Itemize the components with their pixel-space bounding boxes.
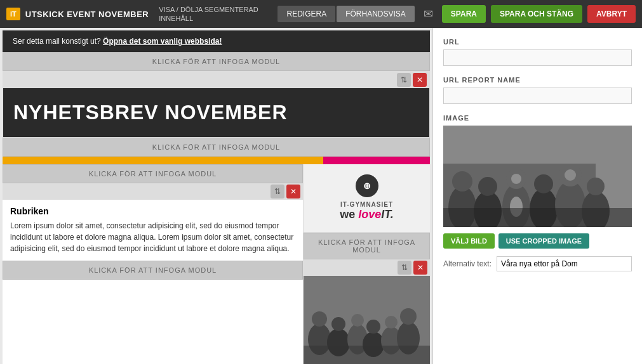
- crowd-svg-small: [304, 276, 430, 364]
- img-module-controls: ⇅ ✕: [304, 259, 430, 276]
- header-module-wrapper: ⇅ ✕ NYHETSBREV NOVEMBER: [3, 71, 430, 138]
- header-module: NYHETSBREV NOVEMBER: [3, 88, 429, 137]
- warning-text: Ser detta mail konstigt ut?: [13, 37, 101, 46]
- header-move-button[interactable]: ⇅: [397, 73, 411, 87]
- email-area: Ser detta mail konstigt ut? Öppna det so…: [0, 28, 432, 364]
- color-bar: [3, 157, 430, 164]
- module-insert-col-left-bottom[interactable]: KLICKA FÖR ATT INFOGA MODUL: [3, 261, 303, 280]
- logo-area: ⊕ IT-GYMNASIET we loveIT.: [304, 164, 430, 233]
- url-report-input[interactable]: [443, 88, 632, 104]
- module-insert-mid[interactable]: KLICKA FÖR ATT INFOGA MODUL: [3, 138, 430, 157]
- svg-point-19: [478, 177, 497, 196]
- color-bar-pink: [323, 157, 430, 164]
- text-body: Lorem ipsum dolor sit amet, consectetur …: [10, 220, 295, 254]
- toggle-label: VISA / DÖLJA SEGMENTERADINNEHÅLL: [159, 6, 258, 22]
- svg-point-10: [385, 316, 398, 328]
- svg-rect-29: [443, 208, 632, 227]
- save-button[interactable]: SPARA: [442, 5, 486, 23]
- svg-point-31: [565, 169, 576, 181]
- img-move-button[interactable]: ⇅: [398, 261, 411, 275]
- preview-crowd-svg: [443, 126, 632, 227]
- tagline-love: love: [358, 208, 381, 221]
- email-icon[interactable]: ✉: [424, 7, 433, 21]
- url-report-section: URL REPORT NAME: [443, 76, 632, 104]
- img-module-wrapper: ⇅ ✕: [304, 259, 430, 276]
- svg-point-27: [587, 178, 605, 195]
- tagline-it: IT.: [381, 208, 394, 221]
- module-insert-img-top[interactable]: KLICKA FÖR ATT INFOGA MODUL: [304, 233, 430, 259]
- main-layout: Ser detta mail konstigt ut? Öppna det so…: [0, 28, 642, 364]
- choose-image-button[interactable]: VÄLJ BILD: [443, 233, 495, 249]
- svg-point-12: [400, 308, 417, 325]
- text-delete-button[interactable]: ✕: [286, 185, 300, 198]
- crowd-image-small: [304, 276, 430, 364]
- svg-point-8: [366, 320, 380, 334]
- module-insert-col-left-top[interactable]: KLICKA FÖR ATT INFOGA MODUL: [3, 164, 303, 183]
- tagline: we loveIT.: [314, 208, 420, 222]
- text-heading: Rubriken: [10, 206, 295, 216]
- col-right: ⊕ IT-GYMNASIET we loveIT. KLICKA FÖR ATT…: [303, 164, 430, 364]
- image-module-right: KLICKA FÖR ATT INFOGA MODUL ⇅ ✕: [304, 233, 430, 364]
- topbar-tabs: REDIGERA FÖRHANDSVISA: [278, 6, 414, 22]
- svg-point-2: [312, 311, 327, 327]
- url-label: URL: [443, 38, 632, 46]
- image-action-btns: VÄLJ BILD USE CROPPED IMAGE: [443, 233, 632, 249]
- header-delete-button[interactable]: ✕: [413, 73, 427, 87]
- tab-preview[interactable]: FÖRHANDSVISA: [337, 6, 415, 22]
- tagline-we: we: [340, 208, 358, 221]
- editor-panel: Ser detta mail konstigt ut? Öppna det so…: [0, 28, 432, 364]
- svg-point-17: [452, 171, 472, 192]
- image-preview: [443, 126, 632, 227]
- warning-link[interactable]: Öppna det som vanlig webbsida!: [103, 37, 222, 46]
- props-panel: URL URL REPORT NAME IMAGE: [432, 28, 642, 364]
- svg-rect-13: [304, 346, 430, 364]
- logo-circle: ⊕: [356, 174, 378, 197]
- logo-icon: ⊕: [363, 181, 371, 191]
- alt-input[interactable]: [497, 256, 632, 271]
- text-move-button[interactable]: ⇅: [271, 185, 284, 198]
- topbar-toggle[interactable]: VISA / DÖLJA SEGMENTERADINNEHÅLL: [159, 5, 258, 23]
- svg-point-23: [534, 174, 553, 193]
- text-module-wrapper: ⇅ ✕ Rubriken Lorem ipsum dolor sit amet,…: [3, 183, 303, 261]
- module-insert-top[interactable]: KLICKA FÖR ATT INFOGA MODUL: [3, 52, 430, 71]
- topbar-logo: IT: [6, 8, 20, 20]
- image-section: IMAGE: [443, 114, 632, 271]
- text-module-controls: ⇅ ✕: [3, 183, 303, 200]
- header-module-controls: ⇅ ✕: [3, 72, 429, 88]
- alt-text-row: Alternativ text:: [443, 256, 632, 271]
- image-label: IMAGE: [443, 114, 632, 122]
- alt-label: Alternativ text:: [443, 259, 492, 268]
- url-section: URL: [443, 38, 632, 66]
- cancel-button[interactable]: AVBRYT: [587, 5, 636, 23]
- header-bold: NYHETSBREV: [13, 101, 159, 124]
- img-delete-button[interactable]: ✕: [413, 261, 427, 275]
- topbar: IT UTSKICK EVENT NOVEMBER VISA / DÖLJA S…: [0, 0, 642, 28]
- topbar-title: UTSKICK EVENT NOVEMBER: [25, 10, 149, 19]
- logo-name: IT-GYMNASIET: [314, 201, 420, 208]
- text-module: Rubriken Lorem ipsum dolor sit amet, con…: [3, 200, 303, 261]
- col-left: KLICKA FÖR ATT INFOGA MODUL ⇅ ✕ Rubriken…: [3, 164, 303, 364]
- tab-edit[interactable]: REDIGERA: [278, 6, 335, 22]
- header-normal: NOVEMBER: [159, 101, 288, 124]
- svg-point-30: [511, 174, 521, 184]
- url-input[interactable]: [443, 49, 632, 66]
- two-col-section: KLICKA FÖR ATT INFOGA MODUL ⇅ ✕ Rubriken…: [3, 164, 430, 364]
- svg-point-4: [331, 317, 345, 331]
- warning-bar: Ser detta mail konstigt ut? Öppna det so…: [3, 30, 430, 52]
- svg-point-6: [351, 314, 364, 327]
- color-bar-orange: [3, 157, 323, 164]
- url-report-label: URL REPORT NAME: [443, 76, 632, 84]
- crop-image-button[interactable]: USE CROPPED IMAGE: [498, 233, 589, 249]
- save-close-button[interactable]: SPARA OCH STÄNG: [491, 5, 582, 23]
